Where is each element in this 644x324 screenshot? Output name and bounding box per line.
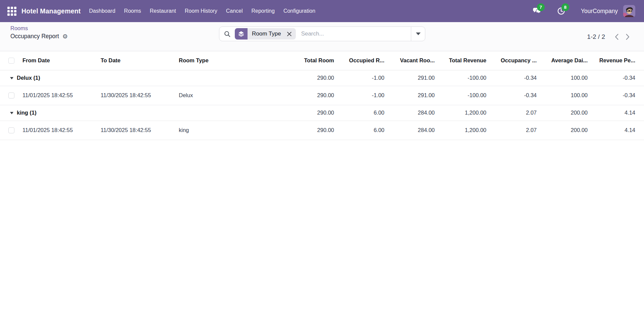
group-aggregate-cell: 2.07 — [495, 105, 545, 121]
select-all-checkbox[interactable] — [8, 58, 14, 64]
group-header-cell: Delux (1) — [0, 70, 258, 86]
facet-remove-button[interactable] — [285, 31, 296, 37]
facet-accent — [235, 28, 248, 40]
gear-icon: ⚙ — [62, 33, 68, 40]
cell-value: 290.00 — [258, 86, 343, 105]
cell-value: 290.00 — [258, 121, 343, 140]
cell-value: 284.00 — [393, 121, 443, 140]
facet-label: Room Type — [248, 30, 285, 37]
activities-badge: 8 — [561, 3, 569, 11]
cell-value: 291.00 — [393, 86, 443, 105]
group-aggregate-cell: 290.00 — [258, 70, 343, 86]
pager-prev-button[interactable] — [611, 32, 622, 42]
column-header-vacant-roo[interactable]: Vacant Roo... — [393, 51, 443, 70]
nav-menu-item-reporting[interactable]: Reporting — [247, 0, 279, 22]
top-navbar: Hotel Management DashboardRoomsRestauran… — [0, 0, 644, 22]
apps-menu-button[interactable] — [7, 7, 16, 16]
group-aggregate-cell: -1.00 — [343, 70, 393, 86]
cell-value: 4.14 — [596, 121, 644, 140]
group-aggregate-cell: 284.00 — [393, 105, 443, 121]
chevron-right-icon — [625, 34, 630, 40]
table-header-row: From DateTo DateRoom TypeTotal RoomOccup… — [0, 51, 644, 70]
nav-menu-item-dashboard[interactable]: Dashboard — [85, 0, 120, 22]
user-avatar[interactable] — [623, 5, 635, 17]
group-aggregate-cell: 4.14 — [596, 105, 644, 121]
group-aggregate-cell: -100.00 — [443, 70, 495, 86]
group-aggregate-cell: 1,200.00 — [443, 105, 495, 121]
group-label: Delux (1) — [17, 75, 40, 81]
row-select-cell — [0, 86, 18, 105]
nav-menu: DashboardRoomsRestaurantRoom HistoryCanc… — [85, 0, 320, 22]
search-bar: Room Type — [219, 26, 425, 41]
systray: 7 8 YourCompany — [532, 5, 635, 17]
search-icon — [224, 30, 231, 38]
layers-icon — [238, 30, 245, 37]
table-body: Delux (1)290.00-1.00291.00-100.00-0.3410… — [0, 70, 644, 140]
column-header-average-dai[interactable]: Average Dai... — [545, 51, 596, 70]
column-header-room-type[interactable]: Room Type — [179, 51, 258, 70]
group-aggregate-cell: -0.34 — [596, 70, 644, 86]
row-select-cell — [0, 121, 18, 140]
cell-from-date: 11/01/2025 18:42:55 — [18, 86, 101, 105]
chevron-left-icon — [614, 34, 619, 40]
column-header-to-date[interactable]: To Date — [101, 51, 179, 70]
action-gear-button[interactable]: ⚙ — [62, 34, 68, 40]
company-menu[interactable]: YourCompany — [581, 8, 618, 15]
pager: 1-2 / 2 — [587, 22, 633, 51]
nav-menu-item-restaurant[interactable]: Restaurant — [146, 0, 180, 22]
row-checkbox[interactable] — [8, 92, 14, 99]
group-aggregate-cell: 200.00 — [545, 105, 596, 121]
cell-value: 1,200.00 — [443, 121, 495, 140]
cell-room-type: king — [179, 121, 258, 140]
group-header-cell: king (1) — [0, 105, 258, 121]
control-panel: Rooms Occupancy Report ⚙ — [0, 22, 644, 51]
group-caret-down-icon — [10, 77, 13, 79]
table-row[interactable]: 11/01/2025 18:42:5511/30/2025 18:42:55ki… — [0, 121, 644, 140]
apps-grid-icon — [7, 7, 10, 9]
app-name[interactable]: Hotel Management — [21, 7, 81, 15]
column-header-from-date[interactable]: From Date — [18, 51, 101, 70]
cell-value: 2.07 — [495, 121, 545, 140]
column-header-revenue-pe[interactable]: Revenue Pe... — [596, 51, 644, 70]
cell-room-type: Delux — [179, 86, 258, 105]
cell-value: -0.34 — [495, 86, 545, 105]
group-aggregate-cell: 291.00 — [393, 70, 443, 86]
page-title: Occupancy Report — [10, 33, 59, 40]
group-aggregate-cell: -0.34 — [495, 70, 545, 86]
occupancy-report-table: From DateTo DateRoom TypeTotal RoomOccup… — [0, 51, 644, 140]
messages-button[interactable]: 7 — [532, 7, 541, 16]
nav-menu-item-rooms[interactable]: Rooms — [120, 0, 146, 22]
search-input[interactable] — [301, 30, 411, 38]
select-all-header-cell — [0, 51, 18, 70]
column-header-occupancy[interactable]: Occupancy ... — [495, 51, 545, 70]
column-header-total-room[interactable]: Total Room — [258, 51, 343, 70]
cell-value: 200.00 — [545, 121, 596, 140]
column-header-occupied-r[interactable]: Occupied R... — [343, 51, 393, 70]
group-caret-down-icon — [10, 112, 13, 114]
breadcrumb-link-rooms[interactable]: Rooms — [10, 25, 68, 31]
close-icon — [287, 31, 292, 37]
pager-range[interactable]: 1-2 / 2 — [587, 33, 605, 41]
cell-from-date: 11/01/2025 18:42:55 — [18, 121, 101, 140]
column-header-total-revenue[interactable]: Total Revenue — [443, 51, 495, 70]
messages-badge: 7 — [537, 3, 545, 11]
cell-to-date: 11/30/2025 18:42:55 — [101, 86, 179, 105]
chevron-down-icon — [416, 33, 421, 35]
activities-button[interactable]: 8 — [557, 7, 566, 15]
searchbar-dropdown-toggle[interactable] — [411, 27, 425, 41]
cell-value: 100.00 — [545, 86, 596, 105]
row-checkbox[interactable] — [8, 127, 14, 133]
nav-menu-item-configuration[interactable]: Configuration — [279, 0, 320, 22]
group-row[interactable]: Delux (1)290.00-1.00291.00-100.00-0.3410… — [0, 70, 644, 86]
group-aggregate-cell: 290.00 — [258, 105, 343, 121]
table-row[interactable]: 11/01/2025 18:42:5511/30/2025 18:42:55De… — [0, 86, 644, 105]
groupby-facet: Room Type — [235, 28, 296, 40]
pager-next-button[interactable] — [622, 32, 633, 42]
group-row[interactable]: king (1)290.006.00284.001,200.002.07200.… — [0, 105, 644, 121]
nav-menu-item-cancel[interactable]: Cancel — [222, 0, 247, 22]
breadcrumb: Rooms Occupancy Report ⚙ — [10, 25, 68, 40]
nav-menu-item-room-history[interactable]: Room History — [180, 0, 222, 22]
cell-value: -100.00 — [443, 86, 495, 105]
cell-to-date: 11/30/2025 18:42:55 — [101, 121, 179, 140]
group-label: king (1) — [17, 110, 37, 116]
